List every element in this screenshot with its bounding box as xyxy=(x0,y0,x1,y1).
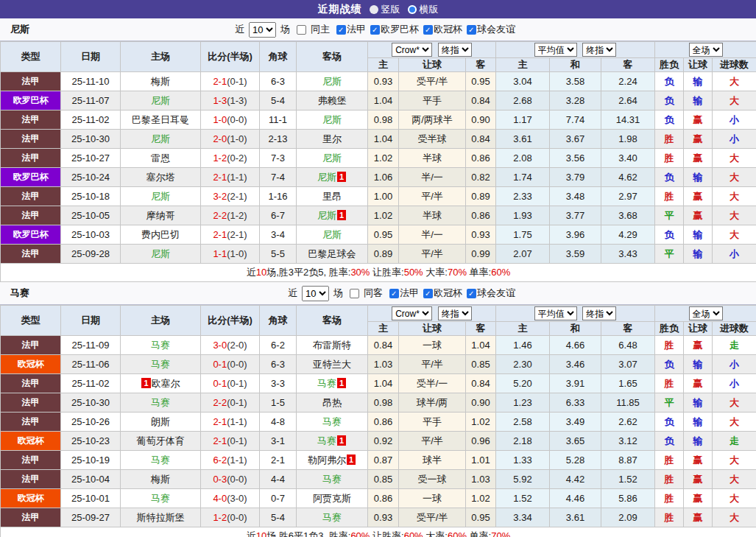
halftime-score: (2-1) xyxy=(227,191,247,202)
same-venue-checkbox[interactable] xyxy=(297,25,306,35)
col-header-away: 客场 xyxy=(297,306,368,336)
average-odds-cell: 1.98 xyxy=(601,130,655,149)
match-count-select[interactable]: 10 xyxy=(302,286,329,301)
result-cell: 平 xyxy=(655,206,684,225)
result-cell: 胜 xyxy=(655,187,684,206)
final-index-select[interactable]: 终指 xyxy=(438,43,472,57)
home-team-cell: 摩纳哥 xyxy=(121,206,201,225)
sub-header-home-odds: 主 xyxy=(368,322,399,336)
away-team-cell: 马赛 xyxy=(297,470,368,489)
away-team-cell: 勒阿弗尔1 xyxy=(297,451,368,470)
handicap-odds-cell: 半/一 xyxy=(399,168,466,187)
average-odds-cell: 5.86 xyxy=(601,489,655,508)
scope-select[interactable]: 全场 xyxy=(689,306,723,320)
odds-source-select[interactable]: Crow* xyxy=(392,306,432,320)
col-header-score: 比分(半场) xyxy=(201,42,260,72)
team-label: 葡萄牙体育 xyxy=(137,435,185,446)
average-odds-cell: 7.74 xyxy=(550,110,601,130)
handicap-odds-cell: 1.04 xyxy=(466,336,496,355)
average-odds-cell: 3.58 xyxy=(550,72,601,91)
corners-cell: 2-1 xyxy=(260,451,297,470)
result-cell: 负 xyxy=(655,91,684,110)
handicap-odds-cell: 半球 xyxy=(399,206,466,225)
handicap-odds-cell: 一球 xyxy=(399,336,466,355)
handicap-odds-cell: 1.04 xyxy=(368,130,399,149)
average-select[interactable]: 平均值 xyxy=(534,306,577,320)
score-cell: 1-0(0-0) xyxy=(201,110,260,130)
odds-source-select[interactable]: Crow* xyxy=(392,43,432,57)
average-odds-cell: 2.07 xyxy=(496,245,550,264)
handicap-odds-cell: 1.02 xyxy=(466,413,496,432)
radio-horizontal-layout[interactable]: 横版 xyxy=(408,3,439,16)
league-checkbox[interactable] xyxy=(423,25,433,35)
average-select[interactable]: 平均值 xyxy=(534,43,577,57)
handicap-odds-cell: 半/一 xyxy=(399,225,466,245)
score-cell: 2-1(1-1) xyxy=(201,168,260,187)
handicap-odds-cell: 0.98 xyxy=(368,393,399,413)
home-team-cell: 尼斯 xyxy=(121,130,201,149)
league-filter-label: 欧罗巴杯 xyxy=(381,23,419,36)
final-index-select-2[interactable]: 终指 xyxy=(582,306,616,320)
result-cell: 大 xyxy=(713,149,756,168)
league-filter-label: 欧冠杯 xyxy=(434,23,462,36)
match-row: 欧罗巴杯25-10-24塞尔塔2-1(1-1)7-4尼斯11.06半/一0.82… xyxy=(1,168,756,187)
team-label: 尼斯 xyxy=(317,172,336,183)
corners-cell: 6-3 xyxy=(260,72,297,91)
match-row: 法甲25-10-18尼斯3-2(2-1)1-16里昂1.00平/半0.892.3… xyxy=(1,187,756,206)
result-cell: 小 xyxy=(713,110,756,130)
result-cell: 胜 xyxy=(655,149,684,168)
same-venue-checkbox[interactable] xyxy=(350,289,359,298)
team-label: 阿贾克斯 xyxy=(313,493,351,504)
result-cell: 大 xyxy=(713,91,756,110)
handicap-odds-cell: 受平/半 xyxy=(399,508,466,527)
handicap-odds-cell: 0.99 xyxy=(466,245,496,264)
league-checkbox[interactable] xyxy=(467,289,476,298)
league-filters: 法甲欧罗巴杯欧冠杯球会友谊 xyxy=(332,23,515,36)
near-label: 近 xyxy=(235,23,244,36)
summary-text: 70% xyxy=(491,530,510,537)
date-cell: 25-09-27 xyxy=(61,508,121,527)
matches-unit-label: 场 xyxy=(333,287,343,300)
league-checkbox[interactable] xyxy=(467,25,476,35)
team-label: 尼斯 xyxy=(151,191,170,202)
team-label: 尼斯 xyxy=(322,229,342,240)
home-team-cell: 朗斯 xyxy=(121,413,201,432)
final-index-select[interactable]: 终指 xyxy=(438,306,472,320)
match-count-select[interactable]: 10 xyxy=(249,22,276,38)
match-row: 法甲25-10-19马赛6-2(1-1)2-1勒阿弗尔10.87球半1.011.… xyxy=(1,451,756,470)
corners-cell: 4-4 xyxy=(260,470,297,489)
average-odds-cell: 4.42 xyxy=(550,470,601,489)
league-filters: 法甲欧冠杯球会友谊 xyxy=(385,287,515,300)
filters: 近 10 场 同客 法甲欧冠杯球会友谊 xyxy=(288,286,515,301)
handicap-odds-cell: 0.98 xyxy=(368,110,399,130)
final-index-select-2[interactable]: 终指 xyxy=(582,43,616,57)
same-venue-label: 同客 xyxy=(364,287,383,300)
league-checkbox[interactable] xyxy=(370,25,380,35)
league-checkbox[interactable] xyxy=(389,289,399,298)
handicap-odds-cell: 球半 xyxy=(399,451,466,470)
sub-header-handicap: 让球 xyxy=(399,322,466,336)
date-cell: 25-10-26 xyxy=(61,413,121,432)
team-label: 斯特拉斯堡 xyxy=(137,512,185,523)
fulltime-score: 4-0 xyxy=(213,493,227,504)
result-cell: 输 xyxy=(684,432,713,451)
result-cell: 大 xyxy=(713,508,756,527)
scope-select[interactable]: 全场 xyxy=(689,43,723,57)
average-odds-cell: 4.66 xyxy=(550,336,601,355)
fulltime-score: 0-1 xyxy=(213,378,227,389)
summary-text: 60% xyxy=(448,530,467,537)
summary-text: 10 xyxy=(256,267,266,278)
halftime-score: (0-1) xyxy=(227,378,247,389)
summary-text: 60% xyxy=(350,530,370,537)
col-header-date: 日期 xyxy=(61,306,121,336)
score-cell: 0-1(0-1) xyxy=(201,374,260,393)
radio-vertical-layout[interactable]: 竖版 xyxy=(370,3,400,16)
league-cell: 法甲 xyxy=(1,110,61,130)
match-row: 欧冠杯25-11-06马赛0-1(0-0)6-3亚特兰大1.03平/半0.852… xyxy=(1,355,756,374)
result-cell: 赢 xyxy=(684,489,713,508)
europe-odds-group: 平均值 终指 xyxy=(496,42,655,58)
league-checkbox[interactable] xyxy=(336,25,346,35)
match-table: 类型 日期 主场 比分(半场) 角球 客场 Crow* 终指 平均值 终指 xyxy=(0,41,756,282)
league-checkbox[interactable] xyxy=(423,289,433,298)
home-team-cell: 葡萄牙体育 xyxy=(121,432,201,451)
